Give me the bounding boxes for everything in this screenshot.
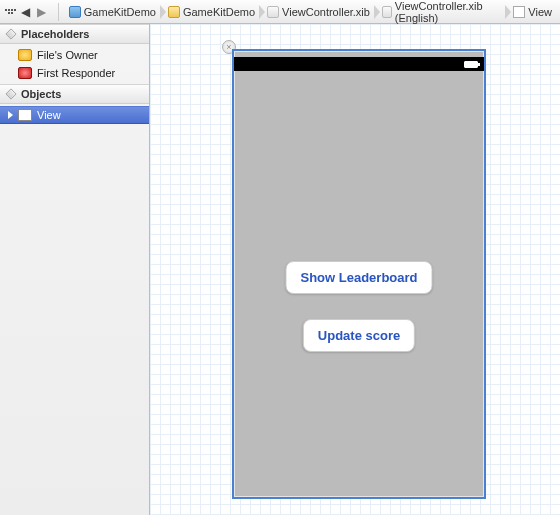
- button-label: Show Leaderboard: [300, 270, 417, 285]
- objects-header[interactable]: Objects: [0, 84, 149, 104]
- placeholders-list: File's Owner First Responder: [0, 44, 149, 84]
- xcode-project-icon: [69, 6, 81, 18]
- breadcrumb-project[interactable]: GameKitDemo: [65, 3, 160, 21]
- section-title: Objects: [21, 88, 61, 100]
- breadcrumb-folder[interactable]: GameKitDemo: [164, 3, 259, 21]
- cube-icon: [5, 28, 16, 39]
- nav-button-group: ◀ ▶: [4, 5, 48, 19]
- files-owner-icon: [18, 49, 32, 61]
- folder-icon: [168, 6, 180, 18]
- objects-list: View: [0, 104, 149, 126]
- battery-icon: [464, 61, 478, 68]
- show-leaderboard-button[interactable]: Show Leaderboard: [285, 261, 432, 294]
- outline-item-label: File's Owner: [37, 49, 98, 61]
- related-items-icon[interactable]: [4, 6, 16, 18]
- breadcrumb-view[interactable]: View: [509, 3, 556, 21]
- first-responder-icon: [18, 67, 32, 79]
- document-outline: Placeholders File's Owner First Responde…: [0, 24, 150, 515]
- forward-button[interactable]: ▶: [34, 5, 48, 19]
- xib-file-icon: [382, 6, 392, 18]
- outline-item-first-responder[interactable]: First Responder: [0, 64, 149, 82]
- breadcrumb-label: ViewController.xib: [282, 6, 370, 18]
- button-label: Update score: [318, 328, 400, 343]
- status-bar: [234, 57, 484, 71]
- root-view[interactable]: Show Leaderboard Update score: [232, 49, 486, 499]
- breadcrumb-bar: ◀ ▶ GameKitDemo GameKitDemo ViewControll…: [0, 0, 560, 24]
- outline-item-label: View: [37, 109, 61, 121]
- view-icon: [18, 109, 32, 121]
- outline-item-files-owner[interactable]: File's Owner: [0, 46, 149, 64]
- breadcrumb-label: GameKitDemo: [84, 6, 156, 18]
- breadcrumb-label: ViewController.xib (English): [395, 0, 502, 24]
- toolbar-divider: [58, 3, 59, 21]
- breadcrumb-xib[interactable]: ViewController.xib: [263, 3, 374, 21]
- xib-file-icon: [267, 6, 279, 18]
- breadcrumb-xib-localized[interactable]: ViewController.xib (English): [378, 3, 505, 21]
- outline-item-view[interactable]: View: [0, 106, 149, 124]
- back-button[interactable]: ◀: [18, 5, 32, 19]
- update-score-button[interactable]: Update score: [303, 319, 415, 352]
- cube-icon: [5, 88, 16, 99]
- view-icon: [513, 6, 525, 18]
- interface-builder-canvas[interactable]: × Show Leaderboard Update score: [150, 24, 560, 515]
- placeholders-header[interactable]: Placeholders: [0, 24, 149, 44]
- outline-item-label: First Responder: [37, 67, 115, 79]
- section-title: Placeholders: [21, 28, 89, 40]
- breadcrumb-label: GameKitDemo: [183, 6, 255, 18]
- breadcrumb-label: View: [528, 6, 552, 18]
- main-split: Placeholders File's Owner First Responde…: [0, 24, 560, 515]
- disclosure-triangle-icon[interactable]: [8, 111, 13, 119]
